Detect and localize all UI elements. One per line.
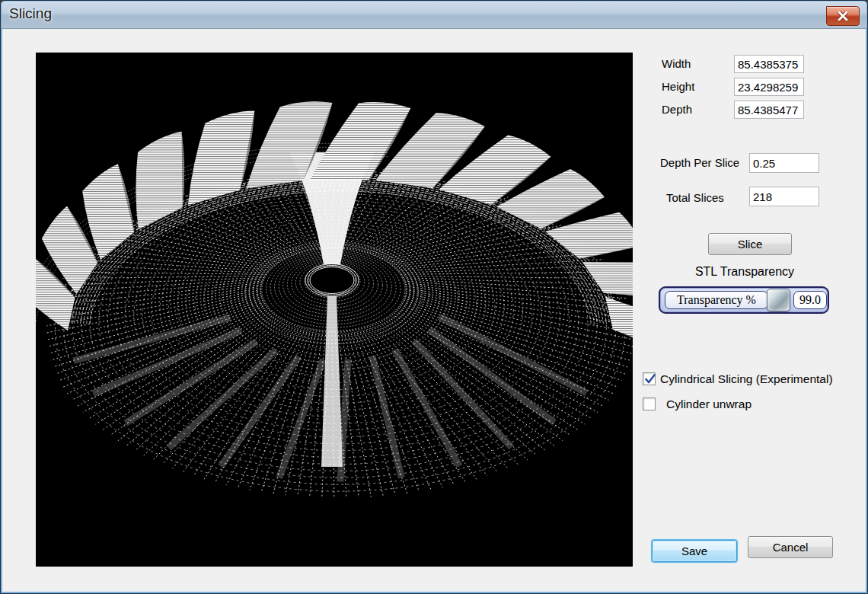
titlebar[interactable]: Slicing <box>2 2 866 29</box>
stl-transparency-label: STL Transparency <box>657 265 832 279</box>
total-slices-field[interactable] <box>749 187 819 206</box>
cancel-button[interactable]: Cancel <box>748 536 833 558</box>
transparency-slider[interactable]: Transparency % 99.0 <box>659 286 829 314</box>
cancel-button-label: Cancel <box>773 541 809 554</box>
transparency-slider-thumb[interactable] <box>767 289 790 311</box>
total-slices-label: Total Slices <box>666 191 724 205</box>
transparency-value[interactable]: 99.0 <box>793 291 827 309</box>
cylinder-unwrap-checkbox[interactable] <box>643 398 656 410</box>
transparency-value-text: 99.0 <box>799 293 821 307</box>
cylinder-unwrap-option[interactable]: Cylinder unwrap <box>643 398 868 411</box>
close-icon <box>838 11 848 21</box>
cylinder-unwrap-label: Cylinder unwrap <box>666 398 752 411</box>
save-button-label: Save <box>681 544 707 557</box>
depth-per-slice-label: Depth Per Slice <box>660 156 739 170</box>
checkmark-icon <box>644 373 656 385</box>
slice-button-label: Slice <box>738 238 763 251</box>
height-label: Height <box>662 80 694 94</box>
depth-per-slice-field[interactable] <box>749 153 819 173</box>
width-field[interactable] <box>734 55 804 73</box>
height-field[interactable] <box>734 78 804 96</box>
transparency-slider-label: Transparency % <box>677 293 756 307</box>
transparency-slider-track[interactable]: Transparency % <box>665 291 768 309</box>
cylindrical-slicing-option[interactable]: Cylindrical Slicing (Experimental) <box>643 372 868 386</box>
cylindrical-slicing-label: Cylindrical Slicing (Experimental) <box>660 372 833 386</box>
window-title: Slicing <box>9 5 52 22</box>
width-label: Width <box>662 57 691 71</box>
depth-field[interactable] <box>734 101 804 119</box>
save-button[interactable]: Save <box>652 540 737 562</box>
close-button[interactable] <box>826 6 860 26</box>
cylindrical-slicing-checkbox[interactable] <box>643 372 656 385</box>
slice-button[interactable]: Slice <box>708 233 792 255</box>
slicing-dialog: Slicing Width Height Depth Depth Per Sli… <box>0 0 868 594</box>
depth-label: Depth <box>662 103 692 117</box>
dialog-client-area: Width Height Depth Depth Per Slice Total… <box>2 29 866 592</box>
stl-preview-viewport[interactable] <box>36 53 633 567</box>
